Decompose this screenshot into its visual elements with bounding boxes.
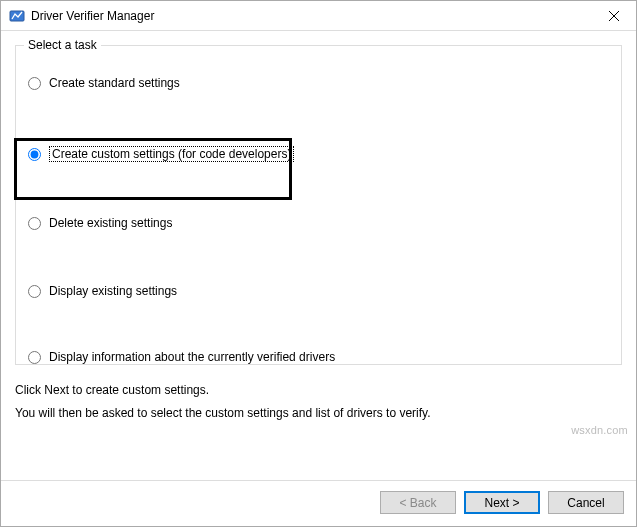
- groupbox-legend: Select a task: [24, 38, 101, 52]
- radio-standard[interactable]: [28, 77, 41, 90]
- instruction-line: You will then be asked to select the cus…: [15, 402, 622, 425]
- option-display[interactable]: Display existing settings: [28, 282, 609, 300]
- radio-label: Delete existing settings: [49, 216, 172, 230]
- radio-custom[interactable]: [28, 148, 41, 161]
- window-title: Driver Verifier Manager: [31, 9, 591, 23]
- window: Driver Verifier Manager Select a task Cr…: [0, 0, 637, 527]
- back-button: < Back: [380, 491, 456, 514]
- option-delete[interactable]: Delete existing settings: [28, 214, 609, 232]
- content-area: Select a task Create standard settings C…: [1, 31, 636, 480]
- radio-info[interactable]: [28, 351, 41, 364]
- radio-label: Create custom settings (for code develop…: [49, 146, 294, 162]
- radio-display[interactable]: [28, 285, 41, 298]
- radio-label: Create standard settings: [49, 76, 180, 90]
- titlebar: Driver Verifier Manager: [1, 1, 636, 31]
- close-button[interactable]: [591, 1, 636, 31]
- instruction-line: Click Next to create custom settings.: [15, 379, 622, 402]
- option-custom[interactable]: Create custom settings (for code develop…: [28, 144, 609, 164]
- close-icon: [609, 11, 619, 21]
- task-groupbox: Select a task Create standard settings C…: [15, 45, 622, 365]
- option-info[interactable]: Display information about the currently …: [28, 348, 609, 366]
- instructions: Click Next to create custom settings. Yo…: [15, 379, 622, 425]
- option-standard[interactable]: Create standard settings: [28, 74, 609, 92]
- app-icon: [9, 8, 25, 24]
- button-bar: < Back Next > Cancel: [1, 480, 636, 526]
- next-button[interactable]: Next >: [464, 491, 540, 514]
- radio-label: Display information about the currently …: [49, 350, 335, 364]
- radio-label: Display existing settings: [49, 284, 177, 298]
- radio-delete[interactable]: [28, 217, 41, 230]
- cancel-button[interactable]: Cancel: [548, 491, 624, 514]
